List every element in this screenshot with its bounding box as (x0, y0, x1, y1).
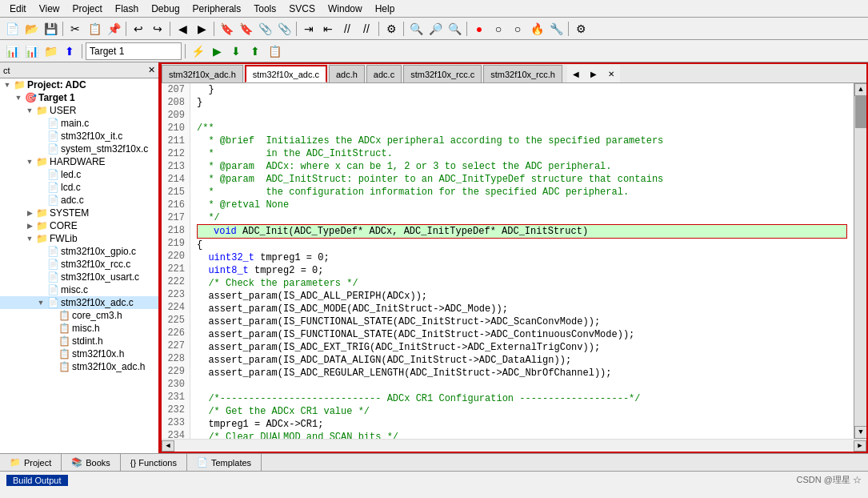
tabs-scroll-left[interactable]: ◀ (567, 65, 585, 82)
tree-main-c[interactable]: 📄 main.c (0, 117, 158, 130)
menu-debug[interactable]: Debug (145, 2, 186, 16)
t2-up-btn[interactable]: ⬆ (246, 42, 264, 60)
tree-stm32-rcc-c[interactable]: 📄 stm32f10x_rcc.c (0, 258, 158, 271)
tree-stm32-adc-c[interactable]: ▼ 📄 stm32f10x_adc.c (0, 296, 158, 309)
menu-svcs[interactable]: SVCS (282, 2, 322, 16)
bookmark2-btn[interactable]: 🔖 (237, 20, 254, 38)
tree-project-adc[interactable]: ▼ 📁 Project: ADC (0, 78, 158, 91)
nav-back-btn[interactable]: ◀ (174, 20, 191, 38)
tree-core-folder[interactable]: ▶ 📁 CORE (0, 219, 158, 232)
tab-stm32-adc-h[interactable]: stm32f10x_adc.h (162, 65, 243, 82)
t2-download-btn[interactable]: ⬇ (227, 42, 245, 60)
tab-adc-h[interactable]: adc.h (329, 65, 365, 82)
sep9 (568, 22, 569, 36)
tree-led-c[interactable]: 📄 led.c (0, 168, 158, 181)
tab-adc-c[interactable]: adc.c (366, 65, 402, 82)
code-content[interactable]: }}/** * @brief Initializes the ADCx peri… (190, 83, 854, 439)
indent-btn[interactable]: ⇥ (300, 20, 318, 38)
bottom-tab-functions[interactable]: {} Functions (121, 454, 187, 471)
project-panel-close[interactable]: ✕ (148, 65, 155, 75)
tree-fwlib-folder[interactable]: ▼ 📁 FWLib (0, 232, 158, 245)
tree-misc-h[interactable]: 📋 misc.h (0, 322, 158, 335)
menu-help[interactable]: Help (369, 2, 402, 16)
debug4-btn[interactable]: 🔥 (528, 20, 546, 38)
tree-lcd-c[interactable]: 📄 lcd.c (0, 181, 158, 194)
tree-adc-c-hw[interactable]: 📄 adc.c (0, 194, 158, 207)
save-btn[interactable]: 💾 (42, 20, 59, 38)
open-btn[interactable]: 📂 (22, 20, 40, 38)
h-scroll-right[interactable]: ▶ (854, 440, 866, 452)
t2-btn2[interactable]: 📊 (22, 42, 40, 60)
scroll-track[interactable] (854, 96, 866, 426)
t2-btn5[interactable]: ⚡ (189, 42, 206, 60)
debug5-btn[interactable]: 🔧 (547, 20, 565, 38)
menu-tools[interactable]: Tools (247, 2, 282, 16)
tree-system-stm-c[interactable]: 📄 system_stm32f10x.c (0, 143, 158, 155)
tree-stm32-usart-c[interactable]: 📄 stm32f10x_usart.c (0, 271, 158, 283)
bottom-tab-project[interactable]: 📁 Project (0, 454, 62, 471)
menu-edit[interactable]: Edit (3, 2, 33, 16)
tree-user-folder[interactable]: ▼ 📁 USER (0, 104, 158, 117)
sep11 (185, 44, 186, 58)
code-scroll-area[interactable]: }}/** * @brief Initializes the ADCx peri… (190, 83, 854, 439)
tree-stdint-h[interactable]: 📋 stdint.h (0, 335, 158, 347)
tab-stm32-rcc-c[interactable]: stm32f10x_rcc.c (403, 65, 482, 82)
comment-btn[interactable]: // (338, 20, 356, 38)
tree-stm32-gpio-c[interactable]: 📄 stm32f10x_gpio.c (0, 245, 158, 258)
scroll-thumb[interactable] (855, 96, 866, 128)
menu-flash[interactable]: Flash (109, 2, 145, 16)
tree-stm32-10x-h[interactable]: 📋 stm32f10x.h (0, 347, 158, 360)
debug3-btn[interactable]: ○ (509, 20, 526, 38)
debug2-btn[interactable]: ○ (490, 20, 507, 38)
tab-stm32-adc-c[interactable]: stm32f10x_adc.c (245, 65, 327, 82)
redo-btn[interactable]: ↪ (149, 20, 166, 38)
unindent-btn[interactable]: ⇤ (319, 20, 337, 38)
t2-btn1[interactable]: 📊 (3, 42, 21, 60)
debug-start-btn[interactable]: ● (470, 20, 488, 38)
vertical-scrollbar[interactable]: ▲ ▼ (854, 83, 866, 439)
t2-copy2-btn[interactable]: 📋 (266, 42, 283, 60)
menu-project[interactable]: Project (66, 2, 108, 16)
t2-btn4[interactable]: ⬆ (61, 42, 78, 60)
build-btn[interactable]: ⚙ (382, 20, 400, 38)
copy-btn[interactable]: 📋 (86, 20, 103, 38)
h-scroll-left[interactable]: ◀ (162, 440, 174, 452)
tree-misc-c[interactable]: 📄 misc.c (0, 283, 158, 296)
h-scrollbar[interactable]: ◀ ▶ (162, 439, 866, 452)
tree-stm32-adc-h[interactable]: 📋 stm32f10x_adc.h (0, 360, 158, 373)
find-btn[interactable]: 🔍 (407, 20, 425, 38)
tree-target1[interactable]: ▼ 🎯 Target 1 (0, 91, 158, 104)
bottom-tab-books[interactable]: 📚 Books (62, 454, 121, 471)
code-editor[interactable]: 2072082092102112122132142152162172182192… (162, 83, 866, 439)
tree-stm32-it-c[interactable]: 📄 stm32f10x_it.c (0, 130, 158, 143)
bottom-tab-templates[interactable]: 📄 Templates (187, 454, 262, 471)
undo-btn[interactable]: ↩ (130, 20, 147, 38)
tree-system-folder[interactable]: ▶ 📁 SYSTEM (0, 207, 158, 219)
tabs-close-all[interactable]: ✕ (602, 65, 620, 82)
cut-btn[interactable]: ✂ (66, 20, 84, 38)
t2-btn3[interactable]: 📁 (42, 42, 59, 60)
uncomment-btn[interactable]: // (358, 20, 375, 38)
target-select[interactable]: Target 1 (86, 42, 182, 60)
bookmark3-btn[interactable]: 📎 (256, 20, 274, 38)
menu-view[interactable]: View (33, 2, 66, 16)
tabs-scroll-right[interactable]: ▶ (585, 65, 602, 82)
templates-tab-icon: 📄 (197, 457, 208, 468)
find2-btn[interactable]: 🔎 (426, 20, 444, 38)
paste-btn[interactable]: 📌 (105, 20, 122, 38)
sep7 (403, 22, 404, 36)
t2-btn6[interactable]: ▶ (208, 42, 226, 60)
scroll-down-arrow[interactable]: ▼ (854, 426, 866, 439)
tree-core-cm3-h[interactable]: 📋 core_cm3.h (0, 309, 158, 322)
settings-btn[interactable]: ⚙ (572, 20, 590, 38)
tree-hardware-folder[interactable]: ▼ 📁 HARDWARE (0, 155, 158, 168)
bookmark4-btn[interactable]: 📎 (275, 20, 293, 38)
tab-stm32-rcc-h[interactable]: stm32f10x_rcc.h (483, 65, 562, 82)
scroll-up-arrow[interactable]: ▲ (854, 83, 866, 96)
nav-fwd-btn[interactable]: ▶ (193, 20, 210, 38)
find3-btn[interactable]: 🔍 (446, 20, 463, 38)
bookmark-btn[interactable]: 🔖 (218, 20, 235, 38)
menu-window[interactable]: Window (322, 2, 369, 16)
menu-peripherals[interactable]: Peripherals (186, 2, 248, 16)
new-file-btn[interactable]: 📄 (3, 20, 21, 38)
